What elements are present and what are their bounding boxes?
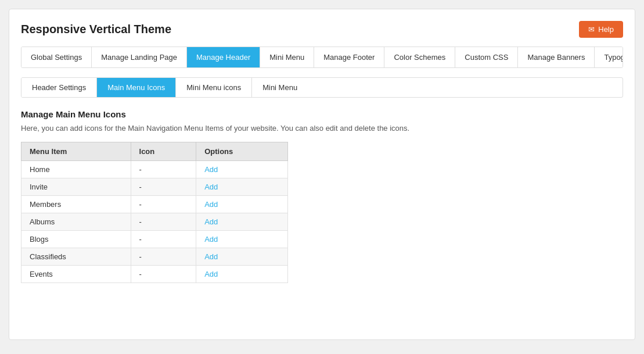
icon-cell: - bbox=[131, 196, 196, 213]
add-icon-link[interactable]: Add bbox=[204, 252, 218, 261]
icon-cell: - bbox=[131, 161, 196, 178]
table-col-icon: Icon bbox=[131, 142, 196, 161]
menu-item-cell: Classifieds bbox=[21, 248, 131, 266]
add-icon-link[interactable]: Add bbox=[204, 235, 218, 244]
options-cell: Add bbox=[196, 178, 288, 196]
page-header: Responsive Vertical Theme ✉ Help bbox=[21, 21, 623, 38]
top-nav-tabs: Global SettingsManage Landing PageManage… bbox=[21, 47, 623, 68]
top-tab-custom-css[interactable]: Custom CSS bbox=[455, 47, 518, 67]
help-button[interactable]: ✉ Help bbox=[579, 21, 623, 38]
table-row: Home-Add bbox=[21, 161, 288, 178]
table-row: Events-Add bbox=[21, 266, 288, 283]
top-tab-manage-footer[interactable]: Manage Footer bbox=[314, 47, 384, 67]
table-header-row: Menu ItemIconOptions bbox=[21, 142, 288, 161]
menu-item-cell: Invite bbox=[21, 178, 131, 196]
section-content: Manage Main Menu Icons Here, you can add… bbox=[21, 109, 623, 283]
options-cell: Add bbox=[196, 266, 288, 283]
table-col-menu-item: Menu Item bbox=[21, 142, 131, 161]
section-description: Here, you can add icons for the Main Nav… bbox=[21, 124, 623, 133]
top-tab-manage-landing-page[interactable]: Manage Landing Page bbox=[92, 47, 187, 67]
top-tab-mini-menu[interactable]: Mini Menu bbox=[260, 47, 314, 67]
table-row: Blogs-Add bbox=[21, 231, 288, 248]
add-icon-link[interactable]: Add bbox=[204, 200, 218, 209]
sub-tab-mini-menu[interactable]: Mini Menu bbox=[252, 78, 308, 97]
table-row: Albums-Add bbox=[21, 213, 288, 231]
page-wrapper: Responsive Vertical Theme ✉ Help Global … bbox=[9, 9, 635, 340]
top-tab-color-schemes[interactable]: Color Schemes bbox=[384, 47, 455, 67]
top-tab-manage-banners[interactable]: Manage Banners bbox=[518, 47, 595, 67]
add-icon-link[interactable]: Add bbox=[204, 217, 218, 226]
options-cell: Add bbox=[196, 231, 288, 248]
table-row: Members-Add bbox=[21, 196, 288, 213]
options-cell: Add bbox=[196, 196, 288, 213]
menu-item-cell: Home bbox=[21, 161, 131, 178]
add-icon-link[interactable]: Add bbox=[204, 270, 218, 278]
sub-tab-main-menu-icons[interactable]: Main Menu Icons bbox=[97, 78, 176, 97]
help-icon: ✉ bbox=[588, 25, 595, 34]
icon-cell: - bbox=[131, 231, 196, 248]
menu-item-cell: Blogs bbox=[21, 231, 131, 248]
table-row: Classifieds-Add bbox=[21, 248, 288, 266]
icon-cell: - bbox=[131, 266, 196, 283]
options-cell: Add bbox=[196, 248, 288, 266]
sub-nav-tabs: Header SettingsMain Menu IconsMini Menu … bbox=[21, 77, 623, 98]
icon-cell: - bbox=[131, 178, 196, 196]
menu-item-cell: Albums bbox=[21, 213, 131, 231]
page-title: Responsive Vertical Theme bbox=[21, 23, 171, 36]
icon-cell: - bbox=[131, 213, 196, 231]
menu-icons-table: Menu ItemIconOptions Home-AddInvite-AddM… bbox=[21, 142, 288, 283]
options-cell: Add bbox=[196, 213, 288, 231]
top-tab-global-settings[interactable]: Global Settings bbox=[21, 47, 92, 67]
menu-item-cell: Members bbox=[21, 196, 131, 213]
sub-tab-header-settings[interactable]: Header Settings bbox=[21, 78, 97, 97]
options-cell: Add bbox=[196, 161, 288, 178]
table-body: Home-AddInvite-AddMembers-AddAlbums-AddB… bbox=[21, 161, 288, 283]
icon-cell: - bbox=[131, 248, 196, 266]
top-tab-manage-header[interactable]: Manage Header bbox=[187, 47, 260, 67]
add-icon-link[interactable]: Add bbox=[204, 183, 218, 191]
top-tab-typography[interactable]: Typography bbox=[595, 47, 623, 67]
menu-item-cell: Events bbox=[21, 266, 131, 283]
table-col-options: Options bbox=[196, 142, 288, 161]
add-icon-link[interactable]: Add bbox=[204, 165, 218, 174]
help-button-label: Help bbox=[598, 25, 614, 34]
table-row: Invite-Add bbox=[21, 178, 288, 196]
sub-tab-mini-menu-icons[interactable]: Mini Menu icons bbox=[176, 78, 252, 97]
section-title: Manage Main Menu Icons bbox=[21, 109, 623, 119]
